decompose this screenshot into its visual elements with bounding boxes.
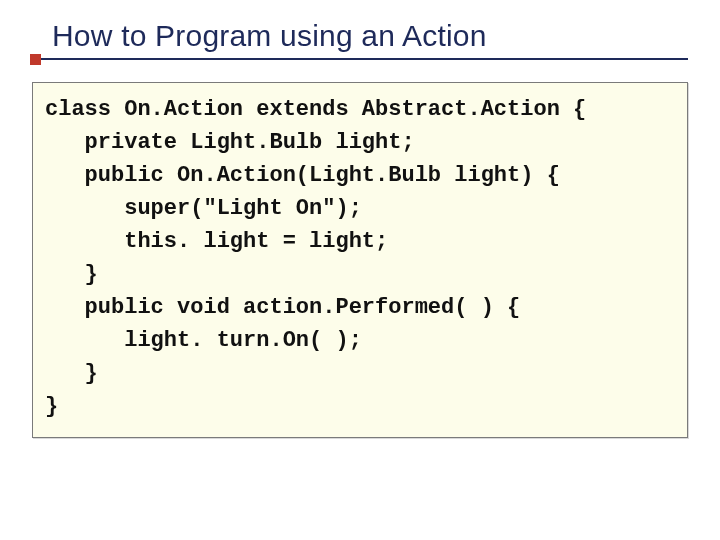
code-line: } bbox=[45, 390, 675, 423]
code-box: class On.Action extends Abstract.Action … bbox=[32, 82, 688, 438]
code-line: super("Light On"); bbox=[45, 192, 675, 225]
title-block: How to Program using an Action bbox=[32, 18, 688, 54]
code-line: this. light = light; bbox=[45, 225, 675, 258]
title-accent-square bbox=[30, 54, 41, 65]
slide: How to Program using an Action class On.… bbox=[0, 0, 720, 540]
title-underline bbox=[32, 58, 688, 60]
code-line: public void action.Performed( ) { bbox=[45, 291, 675, 324]
code-line: light. turn.On( ); bbox=[45, 324, 675, 357]
code-line: private Light.Bulb light; bbox=[45, 126, 675, 159]
code-line: public On.Action(Light.Bulb light) { bbox=[45, 159, 675, 192]
slide-title: How to Program using an Action bbox=[52, 18, 688, 54]
code-line: } bbox=[45, 357, 675, 390]
code-line: } bbox=[45, 258, 675, 291]
code-line: class On.Action extends Abstract.Action … bbox=[45, 93, 675, 126]
